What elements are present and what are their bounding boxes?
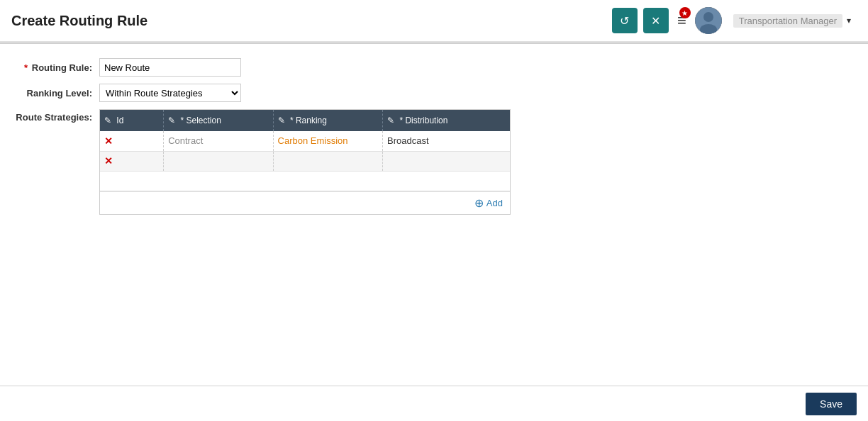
avatar bbox=[695, 7, 722, 34]
edit-icon: ✎ bbox=[104, 116, 111, 125]
notification-badge: ★ bbox=[679, 7, 691, 18]
row1-selection-value: Contract bbox=[168, 135, 203, 146]
edit-icon: ✎ bbox=[168, 116, 175, 125]
col-header-selection: ✎ * Selection bbox=[164, 110, 273, 131]
row2-distribution-cell[interactable] bbox=[383, 151, 510, 171]
routing-rule-row: * Routing Rule: bbox=[14, 58, 854, 77]
main-content: * Routing Rule: Ranking Level: Within Ro… bbox=[0, 44, 868, 386]
row1-ranking-cell[interactable]: Carbon Emission bbox=[273, 131, 382, 151]
user-dropdown[interactable]: Transportation Manager ▾ bbox=[728, 11, 857, 30]
row2-id-cell: ✕ bbox=[100, 151, 164, 171]
close-icon: ✕ bbox=[651, 14, 660, 28]
routing-rule-label: * Routing Rule: bbox=[14, 62, 99, 73]
svg-point-1 bbox=[703, 12, 713, 22]
footer: Save bbox=[0, 386, 868, 421]
strategies-table: ✎ Id ✎ * Selection ✎ * Ranking ✎ bbox=[100, 110, 510, 191]
routing-rule-input[interactable] bbox=[99, 58, 241, 77]
page-title: Create Routing Rule bbox=[11, 13, 612, 29]
strategies-table-container: ✎ Id ✎ * Selection ✎ * Ranking ✎ bbox=[99, 109, 511, 215]
star-icon: ★ bbox=[681, 9, 688, 17]
add-plus-icon: ⊕ bbox=[474, 196, 484, 210]
close-button[interactable]: ✕ bbox=[643, 8, 669, 33]
row2-selection-cell[interactable] bbox=[164, 151, 273, 171]
required-star: * bbox=[24, 62, 28, 73]
col-header-id: ✎ Id bbox=[100, 110, 164, 131]
row1-ranking-value: Carbon Emission bbox=[278, 135, 348, 146]
add-button[interactable]: ⊕ Add bbox=[474, 196, 503, 210]
table-row: ✕ Contract Carbon Emission Broadcast bbox=[100, 131, 510, 151]
header: Create Routing Rule ↺ ✕ ≡ ★ Transportati… bbox=[0, 0, 868, 43]
refresh-button[interactable]: ↺ bbox=[612, 8, 638, 33]
ranking-level-row: Ranking Level: Within Route Strategies G… bbox=[14, 84, 854, 102]
row2-ranking-cell[interactable] bbox=[273, 151, 382, 171]
ranking-level-label: Ranking Level: bbox=[14, 88, 99, 99]
edit-icon: ✎ bbox=[278, 116, 285, 125]
empty-row bbox=[100, 171, 510, 191]
route-strategies-label: Route Strategies: bbox=[14, 109, 99, 123]
refresh-icon: ↺ bbox=[620, 14, 629, 28]
col-header-ranking: ✎ * Ranking bbox=[273, 110, 382, 131]
ranking-level-select[interactable]: Within Route Strategies Global Local bbox=[99, 84, 241, 102]
row1-selection-cell[interactable]: Contract bbox=[164, 131, 273, 151]
user-name: Transportation Manager bbox=[733, 14, 842, 28]
row1-id-cell: ✕ bbox=[100, 131, 164, 151]
row2-delete-button[interactable]: ✕ bbox=[104, 155, 113, 167]
add-label: Add bbox=[486, 198, 503, 208]
edit-icon: ✎ bbox=[387, 116, 394, 125]
col-header-distribution: ✎ * Distribution bbox=[383, 110, 510, 131]
save-button[interactable]: Save bbox=[806, 393, 857, 415]
chevron-down-icon: ▾ bbox=[847, 16, 851, 26]
menu-button[interactable]: ≡ ★ bbox=[674, 9, 689, 33]
row1-delete-button[interactable]: ✕ bbox=[104, 135, 113, 147]
add-row: ⊕ Add bbox=[100, 191, 510, 214]
row1-distribution-cell[interactable]: Broadcast bbox=[383, 131, 510, 151]
row1-distribution-value: Broadcast bbox=[387, 135, 429, 146]
table-header-row: ✎ Id ✎ * Selection ✎ * Ranking ✎ bbox=[100, 110, 510, 131]
header-actions: ↺ ✕ ≡ ★ Transportation Manager ▾ bbox=[612, 7, 857, 34]
table-row: ✕ bbox=[100, 151, 510, 171]
route-strategies-row: Route Strategies: ✎ Id ✎ * Selection bbox=[14, 109, 854, 215]
